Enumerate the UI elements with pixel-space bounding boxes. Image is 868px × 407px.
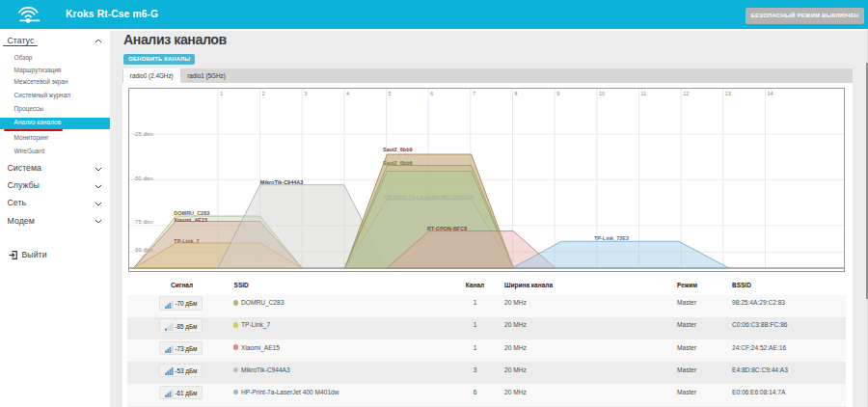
svg-text:9: 9 (556, 91, 559, 96)
svg-text:1: 1 (220, 91, 223, 96)
svg-text:14: 14 (768, 91, 773, 96)
svg-text:5: 5 (389, 91, 392, 96)
svg-text:TP-Link_72E2: TP-Link_72E2 (594, 235, 629, 241)
svg-text:12: 12 (683, 91, 689, 96)
svg-text:10: 10 (599, 91, 605, 96)
svg-text:TP-Link_7: TP-Link_7 (174, 238, 199, 244)
svg-text:-75 dbm: -75 dbm (134, 219, 154, 225)
svg-text:11: 11 (641, 91, 647, 96)
svg-text:DOMRU_C283: DOMRU_C283 (174, 210, 209, 216)
svg-text:13: 13 (725, 91, 731, 96)
svg-text:Sast2_6bb9: Sast2_6bb9 (383, 147, 413, 152)
svg-text:2: 2 (262, 91, 265, 96)
svg-text:6: 6 (430, 91, 433, 96)
svg-text:3: 3 (304, 91, 307, 96)
svg-text:HP-Print-7a-LaserJet 400 M401d: HP-Print-7a-LaserJet 400 M401dw (384, 193, 475, 200)
svg-text:4: 4 (346, 91, 349, 96)
svg-text:RT-GPON-BFC8: RT-GPON-BFC8 (427, 226, 467, 231)
svg-text:Sast2_6bb6: Sast2_6bb6 (383, 160, 413, 166)
svg-text:MikroTik-C944A3: MikroTik-C944A3 (260, 179, 304, 185)
svg-text:7: 7 (473, 91, 475, 96)
svg-text:8: 8 (515, 91, 518, 96)
svg-text:-25 dbm: -25 dbm (134, 131, 154, 137)
svg-text:Xiaomi_AE15: Xiaomi_AE15 (174, 217, 207, 223)
svg-text:-50 dbm: -50 dbm (134, 176, 154, 181)
